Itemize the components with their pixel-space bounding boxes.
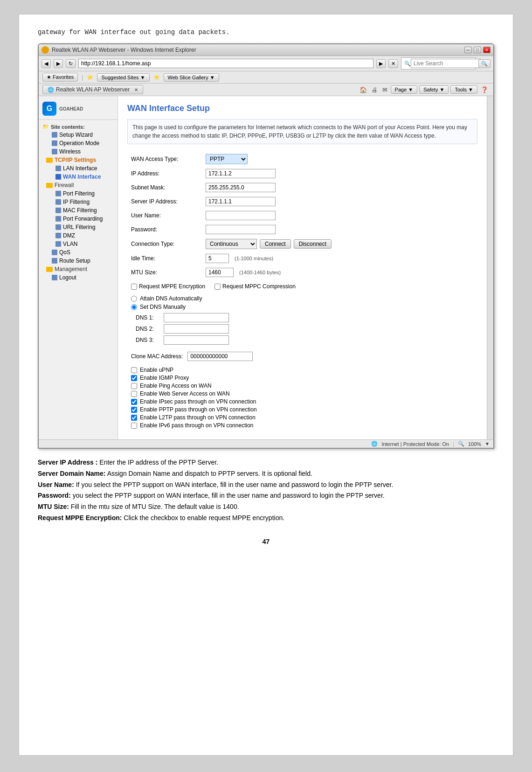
- clone-mac-input[interactable]: [187, 352, 253, 361]
- enable-upnp-label[interactable]: Enable uPNP: [131, 367, 474, 373]
- term-user-name: User Name:: [38, 481, 74, 488]
- refresh-button[interactable]: ↻: [66, 59, 76, 68]
- sidebar-item-lan-interface[interactable]: LAN Interface: [39, 164, 117, 173]
- request-mppc-label[interactable]: Request MPPC Compression: [214, 283, 296, 290]
- sidebar-item-logout[interactable]: Logout: [39, 273, 117, 282]
- close-button[interactable]: ✕: [483, 47, 491, 53]
- password-input[interactable]: [206, 225, 276, 234]
- address-input[interactable]: [78, 59, 373, 68]
- tab-icon: 🌐: [48, 87, 54, 93]
- mtu-size-input[interactable]: [206, 268, 234, 277]
- page-button[interactable]: Page ▼: [391, 85, 418, 94]
- clone-mac-label: Clone MAC Address:: [131, 353, 183, 360]
- sidebar-item-qos[interactable]: QoS: [39, 248, 117, 257]
- go-button[interactable]: ▶: [376, 59, 386, 68]
- search-input[interactable]: [411, 59, 481, 68]
- dns1-input[interactable]: [164, 313, 229, 322]
- tab-close-icon[interactable]: ✕: [134, 87, 138, 92]
- dns2-row: DNS 2:: [136, 323, 474, 334]
- sidebar-item-port-forwarding[interactable]: Port Forwarding: [39, 215, 117, 223]
- idle-time-input[interactable]: [206, 254, 229, 263]
- dns3-input[interactable]: [164, 335, 229, 345]
- sidebar-item-setup-wizard[interactable]: Setup Wizard: [39, 131, 117, 139]
- subnet-mask-input[interactable]: [206, 183, 276, 192]
- wan-access-type-select[interactable]: Static IP DHCP PPPoE PPTP USB3G L2TP: [206, 154, 248, 164]
- dns-auto-radio[interactable]: [131, 296, 137, 302]
- enable-ipv6-checkbox[interactable]: [131, 423, 137, 429]
- goahead-logo: G: [42, 102, 56, 116]
- dns-manual-label: Set DNS Manually: [140, 304, 186, 310]
- page-icon: [55, 174, 61, 180]
- sidebar-item-dmz[interactable]: DMZ: [39, 231, 117, 240]
- server-ip-input[interactable]: [206, 197, 276, 206]
- enable-webserver-checkbox[interactable]: [131, 391, 137, 397]
- enable-ping-label[interactable]: Enable Ping Access on WAN: [131, 383, 474, 389]
- minimize-button[interactable]: —: [464, 47, 472, 53]
- enable-igmp-checkbox[interactable]: [131, 375, 137, 381]
- enable-ipsec-label[interactable]: Enable IPsec pass through on VPN connect…: [131, 398, 474, 405]
- enable-l2tp-label[interactable]: Enable L2TP pass through on VPN connecti…: [131, 414, 474, 421]
- sidebar-item-mac-filtering[interactable]: MAC Filtering: [39, 206, 117, 215]
- request-mppe-checkbox[interactable]: [131, 284, 137, 290]
- disconnect-button[interactable]: Disconnect: [294, 239, 332, 249]
- browser-statusbar: 🌐 Internet | Protected Mode: On | 🔍 100%…: [39, 439, 493, 448]
- forward-button[interactable]: ▶: [54, 59, 63, 68]
- web-slice-button[interactable]: Web Slice Gallery ▼: [164, 73, 219, 82]
- enable-pptp-vpn-label[interactable]: Enable PPTP pass through on VPN connecti…: [131, 406, 474, 413]
- enable-upnp-checkbox[interactable]: [131, 367, 137, 373]
- ip-address-cell: [202, 167, 477, 181]
- ip-address-row: IP Address:: [127, 167, 477, 181]
- back-button[interactable]: ◀: [41, 59, 51, 68]
- sidebar-item-vlan[interactable]: VLAN: [39, 240, 117, 248]
- print-button[interactable]: 🖨: [370, 86, 379, 94]
- enable-l2tp-checkbox[interactable]: [131, 415, 137, 421]
- enable-igmp-label[interactable]: Enable IGMP Proxy: [131, 375, 474, 381]
- enable-webserver-label[interactable]: Enable Web Server Access on WAN: [131, 390, 474, 397]
- connection-type-select[interactable]: Continuous Connect on Demand Manual: [206, 239, 257, 249]
- maximize-button[interactable]: □: [474, 47, 481, 53]
- dns1-row: DNS 1:: [136, 312, 474, 323]
- sidebar-item-ip-filtering[interactable]: IP Filtering: [39, 198, 117, 206]
- connection-type-cell: Continuous Connect on Demand Manual Conn…: [202, 236, 477, 251]
- status-right: 🌐 Internet | Protected Mode: On | 🔍 100%…: [371, 441, 490, 447]
- stop-button[interactable]: ✕: [388, 59, 398, 68]
- sidebar-item-wan-interface[interactable]: WAN Interface: [39, 173, 117, 181]
- ip-address-input[interactable]: [206, 169, 276, 178]
- sidebar-item-operation-mode[interactable]: Operation Mode: [39, 139, 117, 147]
- connect-button[interactable]: Connect: [260, 239, 291, 249]
- sidebar-item-port-filtering[interactable]: Port Filtering: [39, 189, 117, 198]
- sidebar-item-route-setup[interactable]: Route Setup: [39, 257, 117, 265]
- enable-pptp-vpn-checkbox[interactable]: [131, 407, 137, 413]
- help-button[interactable]: ❓: [479, 86, 490, 94]
- home-button[interactable]: 🏠: [358, 86, 368, 94]
- page-icon: [52, 140, 57, 146]
- scrollbar[interactable]: [487, 96, 493, 439]
- zoom-dropdown-icon[interactable]: ▼: [485, 441, 490, 446]
- browser-tab[interactable]: 🌐 Realtek WLAN AP Webserver ✕: [42, 85, 143, 94]
- dns2-input[interactable]: [164, 324, 229, 334]
- email-button[interactable]: ✉: [381, 86, 389, 94]
- toolbar-right: 🏠 🖨 ✉ Page ▼ Safety ▼ Tools ▼ ❓: [358, 85, 490, 94]
- desc-server-domain: Assign Domain Name and dispatch to PPTP …: [107, 470, 312, 477]
- desc-user-name: If you select the PPTP support on WAN in…: [76, 481, 394, 488]
- enable-ipv6-label[interactable]: Enable IPv6 pass through on VPN connecti…: [131, 422, 474, 429]
- page-icon: [52, 250, 57, 255]
- request-mppc-checkbox[interactable]: [214, 284, 221, 290]
- folder-icon: 📁: [42, 124, 49, 130]
- search-go-button[interactable]: 🔍: [478, 59, 491, 68]
- enable-ping-checkbox[interactable]: [131, 383, 137, 389]
- page-icon: [55, 199, 61, 205]
- dns-manual-radio[interactable]: [131, 304, 137, 310]
- user-name-input[interactable]: [206, 211, 276, 220]
- suggested-sites-button[interactable]: Suggested Sites ▼: [97, 73, 149, 82]
- request-mppe-label[interactable]: Request MPPE Encryption: [131, 283, 205, 290]
- sidebar-item-wireless[interactable]: Wireless: [39, 147, 117, 156]
- safety-button[interactable]: Safety ▼: [419, 85, 449, 94]
- enable-ipsec-checkbox[interactable]: [131, 399, 137, 405]
- tools-button[interactable]: Tools ▼: [450, 85, 477, 94]
- fav-icon1: ⭐: [87, 74, 93, 80]
- panel-description: This page is used to configure the param…: [127, 119, 477, 144]
- favorites-button[interactable]: ★ Favorites: [42, 73, 78, 82]
- form-table: WAN Access Type: Static IP DHCP PPPoE PP…: [127, 152, 477, 279]
- sidebar-item-url-filtering[interactable]: URL Filtering: [39, 223, 117, 231]
